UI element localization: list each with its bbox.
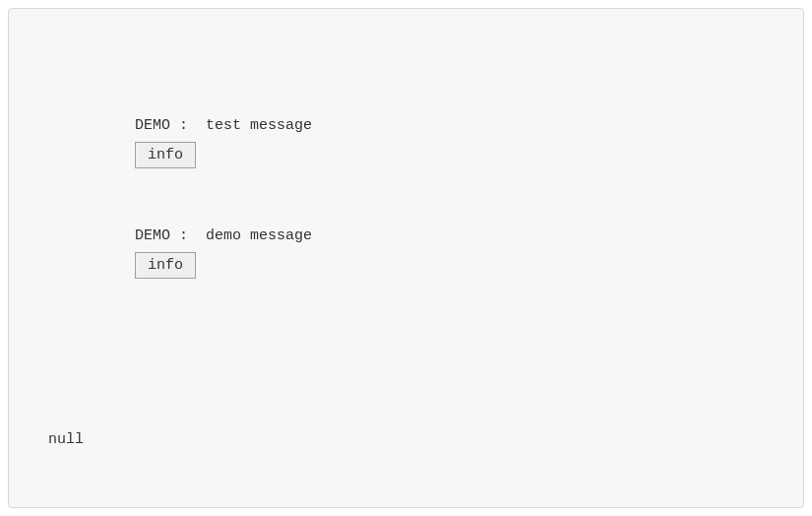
message-text: test message bbox=[206, 117, 312, 134]
info-button[interactable]: info bbox=[135, 252, 196, 279]
message-label: DEMO bbox=[135, 117, 170, 134]
message-text: demo message bbox=[206, 227, 312, 244]
message-separator: : bbox=[170, 117, 206, 134]
message-line: DEMO : test message bbox=[135, 117, 312, 134]
output-panel: DEMO : test message info DEMO : demo mes… bbox=[8, 8, 804, 508]
info-button[interactable]: info bbox=[135, 142, 196, 168]
message-item: DEMO : demo message info bbox=[135, 227, 312, 279]
message-separator: : bbox=[170, 227, 206, 244]
message-item: DEMO : test message info bbox=[135, 117, 312, 168]
message-list: DEMO : test message info DEMO : demo mes… bbox=[135, 117, 312, 338]
message-label: DEMO bbox=[135, 227, 170, 244]
footer-null: null bbox=[48, 431, 84, 448]
message-line: DEMO : demo message bbox=[135, 227, 312, 244]
